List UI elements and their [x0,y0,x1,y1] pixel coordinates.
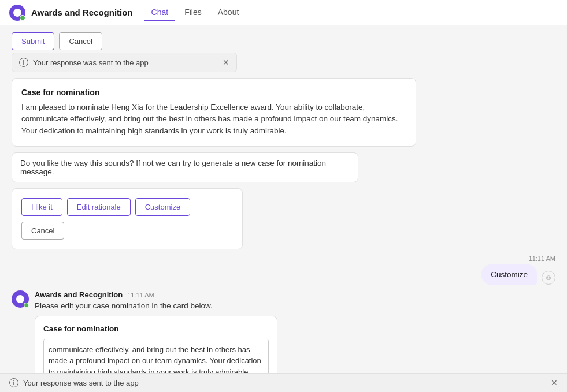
right-timestamp: 11:11 AM [529,255,555,262]
bottom-info-bar: i Your response was sent to the app ✕ [0,373,567,392]
bot-name: Awards and Recognition [35,290,123,299]
bot-message-row: Awards and Recognition 11:11 AM Please e… [12,290,555,373]
top-cancel-button[interactable]: Cancel [59,32,102,50]
info-bar-left: i Your response was sent to the app [19,58,149,67]
bot-name-row: Awards and Recognition 11:11 AM [35,290,555,299]
nav-files[interactable]: Files [177,4,209,21]
logo-badge [20,15,25,21]
bot-time: 11:11 AM [127,292,154,298]
header-nav: Chat Files About [144,4,246,21]
bot-text: Please edit your case nomination in the … [35,301,555,310]
bottom-info-left: i Your response was sent to the app [9,378,139,387]
top-action-row: Submit Cancel [12,32,555,50]
edit-card-title: Case for nomination [43,324,269,333]
action-row-1: I like it Edit rationale Customize [21,198,233,216]
right-message-row: Customize ☺ [481,264,555,285]
bottom-info-message: Your response was sent to the app [23,379,139,387]
right-bubble: Customize [481,264,537,285]
bot-avatar-inner [16,295,24,303]
smiley-icon: ☺ [542,271,555,285]
nomination-card-body: I am pleased to nominate Heng Xia for th… [21,102,406,137]
like-button[interactable]: I like it [21,198,62,216]
question-bubble: Do you like the way this sounds? If not … [12,152,358,182]
top-submit-button[interactable]: Submit [12,32,54,50]
bottom-info-icon: i [9,378,18,387]
action-card: I like it Edit rationale Customize Cance… [12,188,243,249]
right-section: 11:11 AM Customize ☺ [12,255,555,285]
bottom-info-close[interactable]: ✕ [551,378,558,387]
bot-avatar [12,290,29,308]
edit-card: Case for nomination Submit Cancel [35,316,277,373]
edit-textarea[interactable] [43,339,269,373]
top-info-message: Your response was sent to the app [33,58,149,67]
nav-about[interactable]: About [211,4,246,21]
app-header: Awards and Recognition Chat Files About [0,0,567,25]
action-row-2: Cancel [21,222,233,240]
question-text: Do you like the way this sounds? If not … [20,159,326,176]
top-action-section: Submit Cancel i Your response was sent t… [12,32,555,72]
chat-area: Submit Cancel i Your response was sent t… [0,25,567,373]
app-title: Awards and Recognition [31,8,133,17]
nomination-card-title: Case for nomination [21,88,406,97]
action-cancel-button[interactable]: Cancel [21,222,64,240]
top-info-bar: i Your response was sent to the app ✕ [12,53,237,72]
bot-avatar-badge [24,303,29,308]
customize-button[interactable]: Customize [135,198,190,216]
info-icon: i [19,58,28,67]
edit-rationale-button[interactable]: Edit rationale [67,198,131,216]
top-info-close[interactable]: ✕ [223,58,229,67]
bot-content: Awards and Recognition 11:11 AM Please e… [35,290,555,373]
nav-chat[interactable]: Chat [144,4,176,21]
app-logo [9,5,25,21]
nomination-card: Case for nomination I am pleased to nomi… [12,78,416,147]
